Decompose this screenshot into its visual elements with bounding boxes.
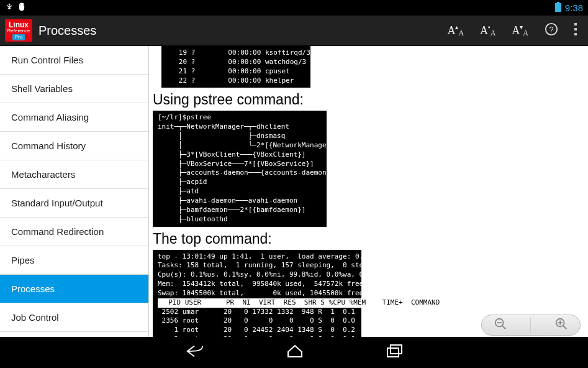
sidebar-item-command-redirection[interactable]: Command Redirection [0,218,148,246]
svg-line-8 [502,325,506,329]
android-status-bar: 9:38 [0,0,588,16]
zoom-out-button[interactable] [494,317,507,334]
svg-rect-6 [574,33,577,35]
zoom-divider [530,318,531,333]
app-title: Processes [38,24,447,38]
recents-button[interactable] [385,343,404,362]
terminal-output-ps: 19 ? 00:00:00 ksoftirqd/3 20 ? 00:00:00 … [161,46,310,88]
section-heading-pstree: Using pstree command: [153,91,584,108]
sidebar-item-processes[interactable]: Processes [0,275,148,303]
zoom-in-button[interactable] [554,317,568,334]
back-button[interactable] [185,343,205,362]
svg-text:?: ? [549,24,553,34]
sidebar-item-metacharacters[interactable]: Metacharacters [0,160,148,189]
svg-line-11 [563,325,567,329]
font-size-small-button[interactable]: A▾A [512,24,528,37]
overflow-menu-button[interactable] [574,23,578,39]
zoom-control [481,315,581,336]
debug-icon [17,2,26,13]
font-size-large-button[interactable]: A▴A [447,24,464,37]
sidebar-item-job-control[interactable]: Job Control [0,303,148,332]
sidebar[interactable]: Run Control FilesShell VariablesCommand … [0,46,149,337]
svg-rect-1 [557,2,559,3]
home-button[interactable] [286,343,304,362]
app-logo[interactable]: Linux Reference Pro [5,19,32,42]
sidebar-item-command-history[interactable]: Command History [0,132,148,160]
sidebar-item-run-control-files[interactable]: Run Control Files [0,46,148,75]
android-nav-bar [0,337,588,368]
font-reset-button[interactable]: A▪A [480,24,495,37]
battery-icon [555,2,561,14]
terminal-output-pstree: [~/lr]$pstree init─┬─NetworkManager─┬─dh… [153,111,327,226]
section-heading-top: The top command: [153,231,584,247]
clock: 9:38 [565,2,583,13]
sidebar-item-standard-input-output[interactable]: Standard Input/Output [0,189,148,218]
sidebar-item-shell-variables[interactable]: Shell Variables [0,75,148,103]
sidebar-item-command-aliasing[interactable]: Command Aliasing [0,103,148,132]
sidebar-item-pipes[interactable]: Pipes [0,246,148,275]
svg-rect-15 [391,345,402,354]
help-button[interactable]: ? [545,22,558,39]
main-content[interactable]: 19 ? 00:00:00 ksoftirqd/3 20 ? 00:00:00 … [149,46,588,337]
app-bar: Linux Reference Pro Processes A▴A A▪A A▾… [0,16,588,46]
svg-rect-0 [555,3,561,12]
terminal-output-top: top - 13:01:49 up 1:41, 1 user, load ave… [153,250,361,338]
svg-rect-14 [387,348,399,357]
usb-icon [5,2,14,13]
svg-rect-5 [574,28,577,30]
svg-rect-4 [574,23,577,25]
